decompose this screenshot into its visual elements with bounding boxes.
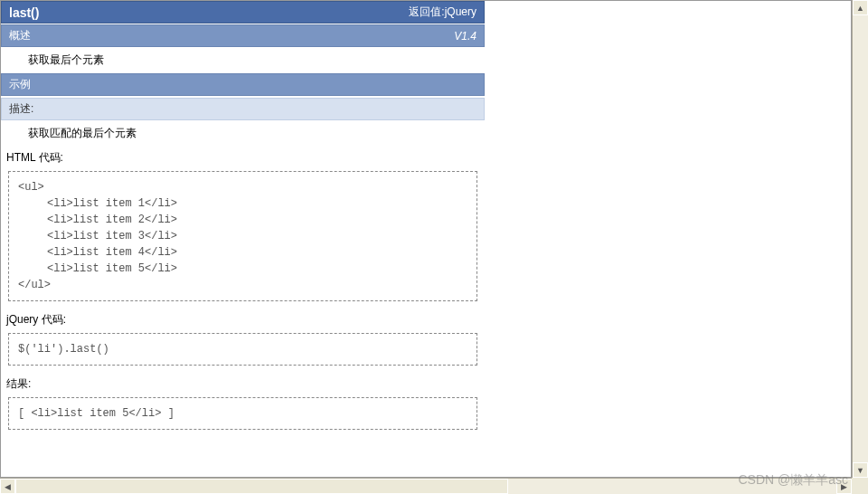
result-code-box: [ <li>list item 5</li> ] bbox=[8, 397, 477, 430]
scroll-left-arrow-icon[interactable] bbox=[0, 479, 15, 494]
code-line: <li>list item 1</li> bbox=[18, 195, 467, 212]
overview-label: 概述 bbox=[9, 28, 31, 43]
jquery-code-box: $('li').last() bbox=[8, 333, 477, 366]
version-label: V1.4 bbox=[454, 30, 476, 43]
scroll-down-arrow-icon[interactable] bbox=[853, 462, 868, 478]
code-line: </ul> bbox=[18, 279, 51, 291]
example-label: 示例 bbox=[9, 78, 31, 90]
code-line: <li>list item 3</li> bbox=[18, 228, 467, 244]
overview-text: 获取最后个元素 bbox=[1, 47, 485, 73]
example-bar: 示例 bbox=[1, 73, 485, 96]
scroll-up-arrow-icon[interactable] bbox=[853, 0, 868, 15]
api-header: last() 返回值:jQuery bbox=[1, 1, 485, 24]
document-viewport: last() 返回值:jQuery 概述 V1.4 获取最后个元素 示例 描述:… bbox=[0, 0, 852, 478]
vertical-scrollbar[interactable] bbox=[852, 0, 868, 478]
code-line: <li>list item 5</li> bbox=[18, 261, 467, 277]
code-line: <ul> bbox=[18, 181, 44, 194]
desc-text: 获取匹配的最后个元素 bbox=[1, 120, 485, 147]
api-title: last() bbox=[9, 5, 39, 20]
code-line: <li>list item 4</li> bbox=[18, 244, 467, 261]
hscroll-track[interactable] bbox=[15, 479, 836, 494]
code-line: <li>list item 2</li> bbox=[18, 212, 467, 228]
scroll-corner bbox=[852, 478, 868, 494]
doc-content: last() 返回值:jQuery 概述 V1.4 获取最后个元素 示例 描述:… bbox=[1, 1, 485, 430]
overview-bar: 概述 V1.4 bbox=[1, 24, 485, 47]
hscroll-thumb[interactable] bbox=[15, 479, 508, 494]
horizontal-scrollbar[interactable] bbox=[0, 478, 852, 494]
desc-heading: 描述: bbox=[1, 98, 485, 120]
html-code-label: HTML 代码: bbox=[1, 147, 485, 169]
vscroll-track[interactable] bbox=[853, 15, 868, 462]
api-return: 返回值:jQuery bbox=[409, 5, 476, 20]
result-label: 结果: bbox=[1, 373, 485, 395]
scroll-right-arrow-icon[interactable] bbox=[836, 479, 852, 494]
jquery-code-label: jQuery 代码: bbox=[1, 309, 485, 331]
html-code-box: <ul> <li>list item 1</li><li>list item 2… bbox=[8, 171, 477, 301]
